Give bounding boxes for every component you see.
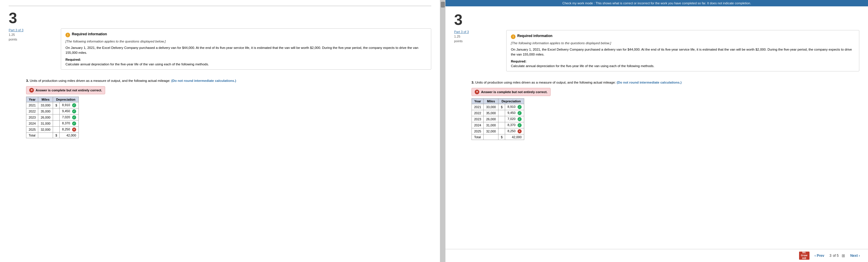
right-answer-status: ✕ Answer is complete but not entirely co… — [471, 88, 551, 96]
left-question-number: 3 — [9, 10, 431, 26]
table-row: 2022 35,000 9,450 ✓ — [26, 108, 79, 114]
right-required-text: Calculate annual depreciation for the fi… — [511, 64, 855, 68]
grid-icon[interactable]: ⊞ — [842, 253, 845, 258]
page-of: of 5 — [833, 254, 839, 258]
right-question-number: 3 — [454, 12, 859, 27]
right-required-info-italic: [The following information applies to th… — [511, 41, 855, 45]
left-required-label: Required: — [65, 58, 427, 61]
right-info-badge: ! — [511, 34, 516, 39]
table-row-total: Total $ 42,000 — [472, 134, 524, 140]
left-x-icon: ✕ — [29, 88, 34, 92]
bottom-nav-bar: Mc Graw Hill ‹ Prev 3 of 5 ⊞ Next › — [445, 249, 868, 262]
right-content: 3 Part 3 of 3 1.25 points ! Required inf… — [445, 6, 868, 249]
right-points-word: points — [454, 39, 471, 43]
right-check-2021: ✓ — [518, 105, 522, 109]
left-question-text: 3. Units of production using miles drive… — [26, 78, 431, 83]
table-row: 2025 32,000 8,250 ✕ — [472, 128, 524, 134]
right-col-year: Year — [472, 98, 484, 104]
left-points-word: points — [9, 38, 26, 41]
right-check-2024: ✓ — [518, 123, 522, 127]
table-row: 2025 32,000 8,250 ✕ — [26, 126, 79, 133]
prev-button[interactable]: ‹ Prev — [812, 253, 827, 259]
left-part-label[interactable]: Part 3 of 3 — [9, 28, 26, 32]
left-answer-box: ✕ Answer is complete but not entirely co… — [26, 86, 431, 138]
right-answer-box: ✕ Answer is complete but not entirely co… — [471, 88, 859, 140]
right-points: 1.25 — [454, 35, 471, 38]
right-part-label[interactable]: Part 3 of 3 — [454, 30, 471, 34]
right-panel: Check my work mode : This shows what is … — [445, 0, 868, 262]
table-row-total: Total $ 42,000 — [26, 133, 79, 138]
right-x-2025: ✕ — [518, 129, 522, 133]
right-question-text: 3. Units of production using miles drive… — [471, 80, 859, 85]
left-info-badge: ! — [65, 33, 70, 37]
left-answer-status: ✕ Answer is complete but not entirely co… — [26, 86, 105, 94]
right-depreciation-table: Year Miles Depreciation 2021 33,000 $ 8,… — [471, 98, 524, 140]
page-current: 3 — [830, 254, 832, 258]
right-q-num: 3. — [471, 81, 474, 84]
left-panel: 3 Part 3 of 3 1.25 points ! Required inf… — [0, 0, 440, 262]
right-required-info-title: Required information — [517, 34, 552, 38]
scrollbar-divider[interactable] — [440, 0, 445, 262]
right-check-2022: ✓ — [518, 111, 522, 115]
table-row: 2023 26,000 7,020 ✓ — [26, 114, 79, 120]
left-col-year: Year — [26, 97, 38, 102]
right-check-2023: ✓ — [518, 117, 522, 121]
left-required-info-italic: [The following information applies to th… — [65, 40, 427, 43]
right-q-highlight: (Do not round intermediate calculations.… — [617, 81, 681, 84]
table-row: 2022 35,000 9,450 ✓ — [472, 110, 524, 116]
page-info: 3 of 5 — [830, 254, 839, 258]
left-required-text: Calculate annual depreciation for the fi… — [65, 63, 427, 66]
left-col-miles: Miles — [38, 97, 53, 102]
left-required-info-title: Required information — [72, 32, 107, 36]
right-required-info-body: On January 1, 2021, the Excel Delivery C… — [511, 47, 855, 57]
table-row: 2021 33,000 $ 8,910 ✓ — [26, 102, 79, 108]
left-check-2021: ✓ — [72, 103, 76, 107]
check-my-work-bar: Check my work mode : This shows what is … — [445, 0, 868, 6]
table-row: 2021 33,000 $ 8,910 ✓ — [472, 104, 524, 110]
mcgraw-logo: Mc Graw Hill — [799, 252, 809, 260]
left-depreciation-table: Year Miles Depreciation 2021 33,000 $ 8,… — [26, 97, 79, 138]
left-check-2023: ✓ — [72, 115, 76, 119]
right-required-info-box: ! Required information [The following in… — [506, 30, 859, 71]
left-check-2022: ✓ — [72, 109, 76, 113]
table-row: 2024 31,000 8,370 ✓ — [472, 122, 524, 128]
left-x-2025: ✕ — [72, 127, 76, 132]
top-divider — [9, 6, 431, 6]
left-col-depreciation: Depreciation — [53, 97, 79, 102]
scrollbar-thumb[interactable] — [441, 2, 445, 7]
right-required-label: Required: — [511, 60, 855, 63]
left-required-info-body: On January 1, 2021, the Excel Delivery C… — [65, 45, 427, 55]
left-required-info-box: ! Required information [The following in… — [61, 28, 431, 70]
right-col-depreciation: Depreciation — [498, 98, 524, 104]
table-row: 2023 26,000 7,020 ✓ — [472, 116, 524, 122]
left-check-2024: ✓ — [72, 121, 76, 125]
left-points: 1.25 — [9, 33, 26, 36]
right-col-miles: Miles — [484, 98, 498, 104]
right-x-icon: ✕ — [475, 90, 479, 94]
left-q-highlight: (Do not round intermediate calculations.… — [171, 79, 236, 82]
next-button[interactable]: Next › — [848, 253, 862, 259]
table-row: 2024 31,000 8,370 ✓ — [26, 120, 79, 126]
left-q-num: 3. — [26, 79, 29, 82]
